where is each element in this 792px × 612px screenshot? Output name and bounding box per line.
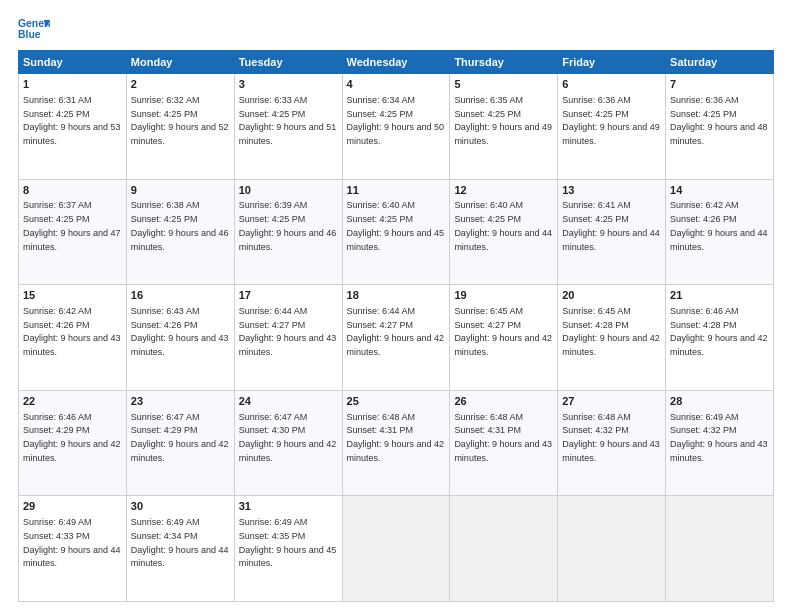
- calendar: SundayMondayTuesdayWednesdayThursdayFrid…: [18, 50, 774, 602]
- day-info: Sunrise: 6:47 AMSunset: 4:30 PMDaylight:…: [239, 412, 337, 463]
- day-number: 5: [454, 77, 553, 92]
- weekday-monday: Monday: [126, 51, 234, 74]
- day-number: 2: [131, 77, 230, 92]
- day-number: 15: [23, 288, 122, 303]
- day-cell-11: 11Sunrise: 6:40 AMSunset: 4:25 PMDayligh…: [342, 179, 450, 285]
- day-cell-21: 21Sunrise: 6:46 AMSunset: 4:28 PMDayligh…: [666, 285, 774, 391]
- week-row-4: 22Sunrise: 6:46 AMSunset: 4:29 PMDayligh…: [19, 390, 774, 496]
- day-number: 28: [670, 394, 769, 409]
- day-number: 4: [347, 77, 446, 92]
- day-info: Sunrise: 6:46 AMSunset: 4:28 PMDaylight:…: [670, 306, 768, 357]
- day-info: Sunrise: 6:40 AMSunset: 4:25 PMDaylight:…: [454, 200, 552, 251]
- day-info: Sunrise: 6:46 AMSunset: 4:29 PMDaylight:…: [23, 412, 121, 463]
- day-number: 23: [131, 394, 230, 409]
- svg-text:General: General: [18, 18, 50, 29]
- day-cell-17: 17Sunrise: 6:44 AMSunset: 4:27 PMDayligh…: [234, 285, 342, 391]
- weekday-sunday: Sunday: [19, 51, 127, 74]
- day-cell-18: 18Sunrise: 6:44 AMSunset: 4:27 PMDayligh…: [342, 285, 450, 391]
- day-cell-5: 5Sunrise: 6:35 AMSunset: 4:25 PMDaylight…: [450, 74, 558, 180]
- logo-icon: General Blue: [18, 16, 50, 44]
- day-number: 24: [239, 394, 338, 409]
- day-info: Sunrise: 6:45 AMSunset: 4:28 PMDaylight:…: [562, 306, 660, 357]
- weekday-tuesday: Tuesday: [234, 51, 342, 74]
- day-info: Sunrise: 6:35 AMSunset: 4:25 PMDaylight:…: [454, 95, 552, 146]
- weekday-wednesday: Wednesday: [342, 51, 450, 74]
- day-info: Sunrise: 6:39 AMSunset: 4:25 PMDaylight:…: [239, 200, 337, 251]
- empty-cell: [342, 496, 450, 602]
- day-cell-3: 3Sunrise: 6:33 AMSunset: 4:25 PMDaylight…: [234, 74, 342, 180]
- day-info: Sunrise: 6:49 AMSunset: 4:34 PMDaylight:…: [131, 517, 229, 568]
- day-number: 11: [347, 183, 446, 198]
- day-number: 3: [239, 77, 338, 92]
- empty-cell: [558, 496, 666, 602]
- header: General Blue: [18, 16, 774, 44]
- day-cell-16: 16Sunrise: 6:43 AMSunset: 4:26 PMDayligh…: [126, 285, 234, 391]
- day-number: 7: [670, 77, 769, 92]
- day-info: Sunrise: 6:38 AMSunset: 4:25 PMDaylight:…: [131, 200, 229, 251]
- day-cell-26: 26Sunrise: 6:48 AMSunset: 4:31 PMDayligh…: [450, 390, 558, 496]
- day-number: 25: [347, 394, 446, 409]
- day-number: 12: [454, 183, 553, 198]
- day-cell-9: 9Sunrise: 6:38 AMSunset: 4:25 PMDaylight…: [126, 179, 234, 285]
- day-info: Sunrise: 6:36 AMSunset: 4:25 PMDaylight:…: [562, 95, 660, 146]
- day-cell-30: 30Sunrise: 6:49 AMSunset: 4:34 PMDayligh…: [126, 496, 234, 602]
- day-number: 6: [562, 77, 661, 92]
- day-info: Sunrise: 6:36 AMSunset: 4:25 PMDaylight:…: [670, 95, 768, 146]
- day-cell-2: 2Sunrise: 6:32 AMSunset: 4:25 PMDaylight…: [126, 74, 234, 180]
- weekday-friday: Friday: [558, 51, 666, 74]
- day-number: 20: [562, 288, 661, 303]
- day-cell-1: 1Sunrise: 6:31 AMSunset: 4:25 PMDaylight…: [19, 74, 127, 180]
- week-row-5: 29Sunrise: 6:49 AMSunset: 4:33 PMDayligh…: [19, 496, 774, 602]
- week-row-3: 15Sunrise: 6:42 AMSunset: 4:26 PMDayligh…: [19, 285, 774, 391]
- day-number: 10: [239, 183, 338, 198]
- day-cell-25: 25Sunrise: 6:48 AMSunset: 4:31 PMDayligh…: [342, 390, 450, 496]
- day-cell-4: 4Sunrise: 6:34 AMSunset: 4:25 PMDaylight…: [342, 74, 450, 180]
- empty-cell: [450, 496, 558, 602]
- day-cell-24: 24Sunrise: 6:47 AMSunset: 4:30 PMDayligh…: [234, 390, 342, 496]
- day-cell-22: 22Sunrise: 6:46 AMSunset: 4:29 PMDayligh…: [19, 390, 127, 496]
- page: General Blue SundayMondayTuesdayWednesda…: [0, 0, 792, 612]
- day-info: Sunrise: 6:45 AMSunset: 4:27 PMDaylight:…: [454, 306, 552, 357]
- day-cell-31: 31Sunrise: 6:49 AMSunset: 4:35 PMDayligh…: [234, 496, 342, 602]
- day-info: Sunrise: 6:43 AMSunset: 4:26 PMDaylight:…: [131, 306, 229, 357]
- day-cell-13: 13Sunrise: 6:41 AMSunset: 4:25 PMDayligh…: [558, 179, 666, 285]
- day-info: Sunrise: 6:48 AMSunset: 4:32 PMDaylight:…: [562, 412, 660, 463]
- day-info: Sunrise: 6:40 AMSunset: 4:25 PMDaylight:…: [347, 200, 445, 251]
- day-info: Sunrise: 6:34 AMSunset: 4:25 PMDaylight:…: [347, 95, 445, 146]
- day-info: Sunrise: 6:42 AMSunset: 4:26 PMDaylight:…: [23, 306, 121, 357]
- weekday-header-row: SundayMondayTuesdayWednesdayThursdayFrid…: [19, 51, 774, 74]
- svg-text:Blue: Blue: [18, 29, 41, 40]
- week-row-2: 8Sunrise: 6:37 AMSunset: 4:25 PMDaylight…: [19, 179, 774, 285]
- day-info: Sunrise: 6:44 AMSunset: 4:27 PMDaylight:…: [347, 306, 445, 357]
- day-info: Sunrise: 6:44 AMSunset: 4:27 PMDaylight:…: [239, 306, 337, 357]
- weekday-saturday: Saturday: [666, 51, 774, 74]
- day-number: 9: [131, 183, 230, 198]
- day-number: 14: [670, 183, 769, 198]
- empty-cell: [666, 496, 774, 602]
- weekday-thursday: Thursday: [450, 51, 558, 74]
- day-number: 1: [23, 77, 122, 92]
- day-number: 18: [347, 288, 446, 303]
- day-cell-23: 23Sunrise: 6:47 AMSunset: 4:29 PMDayligh…: [126, 390, 234, 496]
- day-info: Sunrise: 6:48 AMSunset: 4:31 PMDaylight:…: [347, 412, 445, 463]
- day-cell-28: 28Sunrise: 6:49 AMSunset: 4:32 PMDayligh…: [666, 390, 774, 496]
- day-number: 17: [239, 288, 338, 303]
- day-cell-27: 27Sunrise: 6:48 AMSunset: 4:32 PMDayligh…: [558, 390, 666, 496]
- day-info: Sunrise: 6:47 AMSunset: 4:29 PMDaylight:…: [131, 412, 229, 463]
- day-number: 16: [131, 288, 230, 303]
- day-number: 8: [23, 183, 122, 198]
- day-number: 26: [454, 394, 553, 409]
- day-number: 22: [23, 394, 122, 409]
- day-cell-29: 29Sunrise: 6:49 AMSunset: 4:33 PMDayligh…: [19, 496, 127, 602]
- day-cell-19: 19Sunrise: 6:45 AMSunset: 4:27 PMDayligh…: [450, 285, 558, 391]
- day-info: Sunrise: 6:31 AMSunset: 4:25 PMDaylight:…: [23, 95, 121, 146]
- day-info: Sunrise: 6:32 AMSunset: 4:25 PMDaylight:…: [131, 95, 229, 146]
- day-cell-6: 6Sunrise: 6:36 AMSunset: 4:25 PMDaylight…: [558, 74, 666, 180]
- day-cell-7: 7Sunrise: 6:36 AMSunset: 4:25 PMDaylight…: [666, 74, 774, 180]
- day-info: Sunrise: 6:37 AMSunset: 4:25 PMDaylight:…: [23, 200, 121, 251]
- day-cell-8: 8Sunrise: 6:37 AMSunset: 4:25 PMDaylight…: [19, 179, 127, 285]
- day-info: Sunrise: 6:49 AMSunset: 4:35 PMDaylight:…: [239, 517, 337, 568]
- logo: General Blue: [18, 16, 50, 44]
- day-cell-12: 12Sunrise: 6:40 AMSunset: 4:25 PMDayligh…: [450, 179, 558, 285]
- day-info: Sunrise: 6:49 AMSunset: 4:32 PMDaylight:…: [670, 412, 768, 463]
